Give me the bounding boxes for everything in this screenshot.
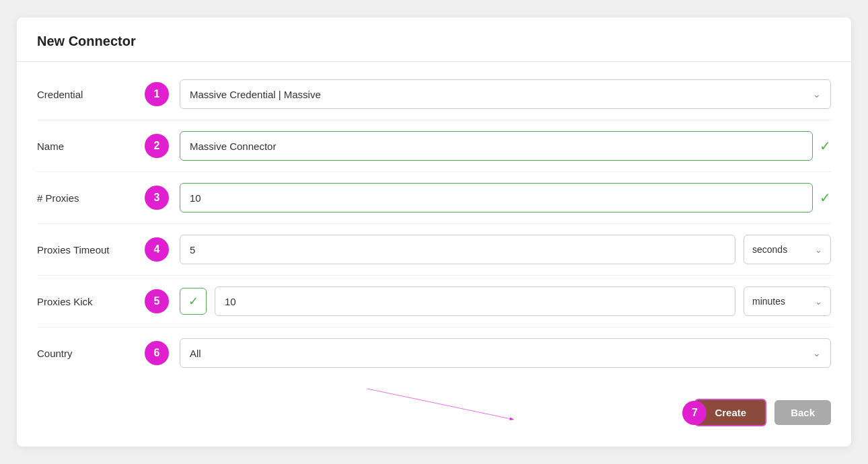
proxies-timeout-input[interactable] xyxy=(180,235,735,264)
chevron-down-icon: ⌄ xyxy=(813,348,821,358)
step-badge-6: 6 xyxy=(145,341,169,365)
proxies-input-wrap: ✓ xyxy=(180,183,831,212)
step-badge-5: 5 xyxy=(145,289,169,313)
proxies-label: # Proxies xyxy=(37,192,145,204)
country-value: All xyxy=(190,348,201,359)
step-badge-1: 1 xyxy=(145,82,169,106)
proxies-timeout-row: Proxies Timeout 4 seconds ⌄ xyxy=(37,224,831,276)
proxies-timeout-input-wrap: seconds ⌄ xyxy=(180,235,831,264)
checkbox-check-icon: ✓ xyxy=(188,294,198,309)
back-button[interactable]: Back xyxy=(774,400,831,425)
country-label: Country xyxy=(37,348,145,359)
name-valid-icon: ✓ xyxy=(820,138,831,154)
page-title: New Connector xyxy=(17,17,851,62)
form-area: Credential 1 Massive Credential | Massiv… xyxy=(17,62,851,385)
step-badge-4: 4 xyxy=(145,237,169,262)
annotation-container: 7 Create Back xyxy=(17,385,851,426)
step-badge-3: 3 xyxy=(145,186,169,210)
chevron-down-icon: ⌄ xyxy=(815,297,822,307)
step-badge-7: 7 xyxy=(682,401,707,425)
proxies-kick-input[interactable] xyxy=(215,286,735,316)
proxies-kick-checkbox[interactable]: ✓ xyxy=(180,288,207,315)
step-badge-2: 2 xyxy=(145,134,169,158)
proxies-timeout-label: Proxies Timeout xyxy=(37,244,145,256)
proxies-kick-input-wrap: ✓ minutes ⌄ xyxy=(180,286,831,316)
name-input[interactable] xyxy=(180,131,813,161)
country-row: Country 6 All ⌄ xyxy=(37,327,831,379)
proxies-timeout-unit-value: seconds xyxy=(752,244,787,255)
credential-row: Credential 1 Massive Credential | Massiv… xyxy=(37,69,831,120)
credential-input-wrap: Massive Credential | Massive ⌄ xyxy=(180,79,831,109)
name-label: Name xyxy=(37,141,145,152)
proxies-row: # Proxies 3 ✓ xyxy=(37,172,831,224)
name-row: Name 2 ✓ xyxy=(37,120,831,172)
proxies-timeout-unit-select[interactable]: seconds ⌄ xyxy=(744,235,831,264)
chevron-down-icon: ⌄ xyxy=(813,89,821,100)
proxies-kick-label: Proxies Kick xyxy=(37,296,145,307)
country-input-wrap: All ⌄ xyxy=(180,338,831,368)
proxies-kick-unit-select[interactable]: minutes ⌄ xyxy=(744,286,831,316)
credential-value: Massive Credential | Massive xyxy=(190,89,321,100)
proxies-valid-icon: ✓ xyxy=(820,190,831,206)
chevron-down-icon: ⌄ xyxy=(815,245,822,255)
new-connector-card: New Connector Credential 1 Massive Crede… xyxy=(17,17,851,447)
proxies-kick-row: Proxies Kick 5 ✓ minutes ⌄ xyxy=(37,276,831,327)
footer: 7 Create Back xyxy=(17,385,851,426)
proxies-kick-unit-value: minutes xyxy=(752,296,785,307)
credential-select[interactable]: Massive Credential | Massive ⌄ xyxy=(180,79,831,109)
footer-buttons: 7 Create Back xyxy=(694,399,831,426)
name-input-wrap: ✓ xyxy=(180,131,831,161)
credential-label: Credential xyxy=(37,89,145,100)
proxies-input[interactable] xyxy=(180,183,813,212)
country-select[interactable]: All ⌄ xyxy=(180,338,831,368)
